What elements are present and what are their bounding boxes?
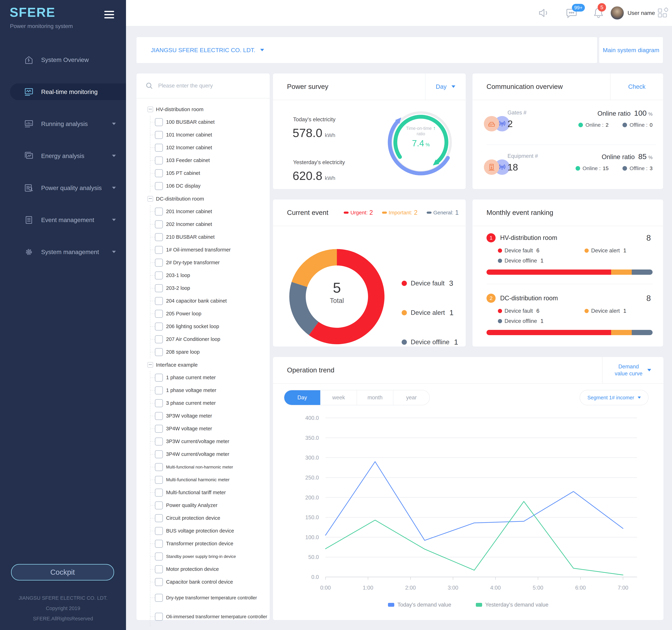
checkbox[interactable] [155,594,163,602]
collapse-icon[interactable] [147,362,153,368]
tree-root-dc-distribution-room[interactable]: DC-distribution room [137,192,270,205]
tree-item-capacitor-bank-control-device[interactable]: Capacitor bank control device [150,576,270,588]
checkbox[interactable] [155,463,163,471]
collapse-icon[interactable] [147,106,153,112]
period-select[interactable]: Day [425,73,466,100]
tree-item-203-2-loop[interactable]: 203-2 loop [150,282,270,294]
tree-item-210-busbar-cabinet[interactable]: 210 BUSBAR cabinet [150,231,270,243]
checkbox[interactable] [155,335,163,343]
checkbox[interactable] [155,501,163,509]
tree-root-hv-distribution-room[interactable]: HV-distribution room [137,103,270,116]
messages-icon[interactable]: 99+ [565,0,578,26]
tree-item-oli-immersed-transformer-temerpature-controller[interactable]: Oli-immersed transformer temerpature con… [150,607,270,626]
tree-item-3-phase-current-meter[interactable]: 3 phase current meter [150,397,270,410]
checkbox[interactable] [155,310,163,318]
tree-item-1-oil-immersed-transformer[interactable]: 1# Oil-immersed transformer [150,243,270,256]
checkbox[interactable] [155,322,163,331]
checkbox[interactable] [155,425,163,433]
collapse-icon[interactable] [147,196,153,201]
tree-item-2-dry-type-transformer[interactable]: 2# Dry-type transformer [150,256,270,269]
checkbox[interactable] [155,284,163,292]
tree-item-bus-voltage-protection-device[interactable]: BUS voltage protection device [150,525,270,537]
sidebar-item-power-quality-analysis[interactable]: Power quality analysis [0,179,126,196]
checkbox[interactable] [155,348,163,356]
checkbox[interactable] [155,399,163,407]
checkbox[interactable] [155,220,163,228]
sidebar-item-running-analysis[interactable]: Running analysis [0,116,126,132]
tree-item-3p4w-current-voltage-meter[interactable]: 3P4W current/voltage meter [150,448,270,461]
tree-item-standby-power-supply-bring-in-device[interactable]: Standby power supply bring-in device [150,550,270,563]
checkbox[interactable] [155,565,163,573]
checkbox[interactable] [155,613,163,621]
tree-item-100-busbar-cabinet[interactable]: 100 BUSBAR cabinet [150,116,270,128]
checkbox[interactable] [155,514,163,522]
tab-day[interactable]: Day [284,390,320,405]
tree-item-201-incomer-cabinet[interactable]: 201 Incomer cabinet [150,205,270,218]
cockpit-button[interactable]: Cockpit [11,564,114,580]
tab-month[interactable]: month [357,390,393,405]
sidebar-item-system-overview[interactable]: System Overview [0,51,126,68]
tree-item-204-capacitor-bank-cabinet[interactable]: 204 capacitor bank cabinet [150,294,270,307]
tree-item-1-phase-voltage-meter[interactable]: 1 phase voltage meter [150,384,270,397]
checkbox[interactable] [155,246,163,254]
checkbox[interactable] [155,131,163,139]
tree-item-202-incomer-cabinet[interactable]: 202 Incomer cabinet [150,218,270,231]
checkbox[interactable] [155,297,163,305]
tree-item-transformer-protection-device[interactable]: Transformer protection device [150,537,270,550]
sidebar-item-event-management[interactable]: Event management [0,212,126,228]
sidebar-item-system-management[interactable]: System management [0,244,126,260]
tab-week[interactable]: week [320,390,357,405]
tree-item-power-quality-analyzer[interactable]: Power quality Analyzer [150,499,270,512]
tree-item-3p3w-voltage-meter[interactable]: 3P3W voltage meter [150,410,270,422]
checkbox[interactable] [155,373,163,382]
checkbox[interactable] [155,156,163,165]
sidebar-item-real-time-monitoring[interactable]: Real-time monitoring [0,83,126,100]
checkbox[interactable] [155,553,163,560]
tab-year[interactable]: year [393,390,429,405]
tree-item-102-incomer-cabinet[interactable]: 102 Incomer cabinet [150,141,270,154]
checkbox[interactable] [155,259,163,267]
search-input[interactable] [158,82,257,89]
checkbox[interactable] [155,208,163,216]
tree-item-3p3w-current-voltage-meter[interactable]: 3P3W current/voltage meter [150,435,270,448]
tree-item-206-lighting-socket-loop[interactable]: 206 lighting socket loop [150,320,270,333]
speaker-icon[interactable] [538,0,549,26]
checkbox[interactable] [155,271,163,280]
tree-item-101-incomer-cabinet[interactable]: 101 Incomer cabinet [150,128,270,141]
checkbox[interactable] [155,144,163,152]
tree-item-dry-type-transformer-temperature-controller[interactable]: Dry-type transformer temperature control… [150,588,270,607]
tree-item-multi-functional-non-harmonic-meter[interactable]: Multi-functional non-harmonic meter [150,461,270,474]
sidebar-item-energy-analysis[interactable]: Energy analysis [0,147,126,164]
checkbox[interactable] [155,412,163,420]
tree-item-motor-protection-device[interactable]: Motor protection device [150,563,270,576]
demand-value-curve-select[interactable]: Demandvalue curve [602,357,664,383]
checkbox[interactable] [155,386,163,394]
tree-root-interface-example[interactable]: Interface example [137,358,270,371]
checkbox[interactable] [155,578,163,586]
apps-grid-icon[interactable] [656,0,668,26]
checkbox[interactable] [155,437,163,445]
tree-item-3p4w-voltage-meter[interactable]: 3P4W voltage meter [150,422,270,435]
tree-item-103-feeder-cabinet[interactable]: 103 Feeder cabinet [150,154,270,167]
checkbox[interactable] [155,450,163,458]
main-system-diagram-link[interactable]: Main system diagram [599,37,663,63]
tree-item-1-phase-current-meter[interactable]: 1 phase current meter [150,371,270,384]
user-name[interactable]: User name [628,0,655,26]
segment-select[interactable]: Segment 1# incomer [580,390,649,405]
tree-item-105-pt-cabinet[interactable]: 105 PT cabinet [150,167,270,179]
checkbox[interactable] [155,182,163,190]
tree-item-203-1-loop[interactable]: 203-1 loop [150,269,270,282]
hamburger-menu-icon[interactable] [104,11,114,20]
user-avatar[interactable] [610,0,624,26]
tree-item-circuit-protection-device[interactable]: Circuit protection device [150,512,270,525]
checkbox[interactable] [155,476,163,484]
company-selector[interactable]: JIANGSU SFERE ELECTRIC CO. LDT. [151,47,264,53]
checkbox[interactable] [155,489,163,496]
check-button[interactable]: Check [610,73,663,100]
tree-item-106-dc-display[interactable]: 106 DC display [150,179,270,192]
tree-item-multi-functional-tariff-meter[interactable]: Multi-functional tariff meter [150,486,270,499]
tree-item-205-power-loop[interactable]: 205 Power loop [150,307,270,320]
checkbox[interactable] [155,540,163,548]
tree-item-208-spare-loop[interactable]: 208 spare loop [150,346,270,358]
checkbox[interactable] [155,233,163,241]
